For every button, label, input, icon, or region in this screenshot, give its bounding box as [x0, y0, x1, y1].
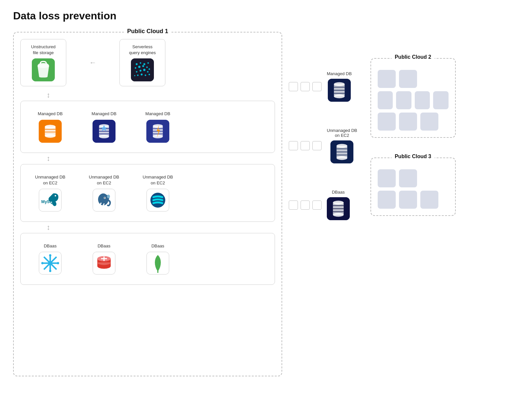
dot-2	[301, 82, 310, 91]
right-dbaas: DBaas	[327, 190, 350, 220]
spacer-2	[289, 170, 357, 190]
svg-point-14	[143, 69, 145, 71]
dbaas-mongo-label: DBaas	[151, 243, 164, 249]
cloud2-label: Public Cloud 2	[391, 54, 434, 60]
mysql-icon: MySQL	[39, 189, 62, 212]
svg-point-9	[142, 65, 144, 67]
managed-db-rds-label: Managed DB	[38, 111, 63, 117]
dot-6	[312, 141, 322, 150]
svg-point-59	[49, 270, 52, 272]
cloud1-box: Public Cloud 1 Unstructuredfile storage	[13, 32, 282, 376]
managed-db-group: Managed DB	[20, 101, 275, 153]
rds-icon	[39, 120, 62, 143]
cloud3-tile	[378, 169, 396, 187]
unmanaged-db-group: Unmanaged DBon EC2 MySQL	[20, 164, 275, 222]
cloud2-grid	[378, 70, 449, 131]
mongo-icon	[146, 252, 169, 275]
cloud3-row2	[378, 191, 449, 209]
v-arrow-2: ↕	[47, 155, 275, 162]
svg-point-3	[136, 63, 138, 65]
unmanaged-stripe-label: Unmanaged DBon EC2	[143, 174, 173, 186]
serverless-box: Serverlessquery engines	[119, 39, 165, 86]
unmanaged-mysql: Unmanaged DBon EC2 MySQL	[27, 170, 73, 216]
right-unmanaged-db: Unmanaged DBon EC2	[327, 128, 357, 163]
cloud1-section: Public Cloud 1 Unstructuredfile storage	[13, 32, 357, 376]
right-dbaas-row: DBaas	[289, 190, 357, 220]
cloud3-row1	[378, 169, 449, 187]
cloud1-label: Public Cloud 1	[124, 28, 171, 35]
cloud2-box: Public Cloud 2	[370, 58, 456, 138]
unmanaged-postgres-label: Unmanaged DBon EC2	[89, 174, 119, 186]
page-title: Data loss prevention	[13, 10, 512, 22]
managed-db-dynamo-label: Managed DB	[92, 111, 116, 117]
right-managed-db-icon	[328, 79, 351, 102]
svg-point-7	[135, 67, 136, 69]
cloud2-tile	[378, 70, 396, 88]
managed-db-aurora-label: Managed DB	[145, 111, 170, 117]
cloud2-tile	[415, 91, 430, 109]
right-unmanaged-db-label: Unmanaged DBon EC2	[327, 128, 357, 138]
cloud2-tile	[378, 91, 393, 109]
spacer-1	[289, 108, 357, 128]
svg-point-58	[49, 254, 52, 257]
svg-point-57	[48, 261, 52, 265]
svg-point-47	[107, 195, 110, 198]
cloud2-tile	[420, 113, 438, 131]
dot-1	[289, 82, 298, 91]
cloud3-tile	[399, 191, 417, 209]
cloud3-label: Public Cloud 3	[391, 154, 434, 159]
svg-point-17	[141, 74, 143, 75]
cloud3-tile	[420, 191, 438, 209]
cloud2-tile	[399, 113, 417, 131]
cloud3-tile	[378, 191, 396, 209]
svg-point-43	[55, 195, 56, 197]
managed-dots	[289, 82, 322, 91]
right-unmanaged-db-icon	[330, 140, 353, 163]
svg-rect-2	[131, 58, 154, 81]
v-arrow-1: ↕	[47, 92, 275, 99]
aurora-icon	[146, 120, 169, 143]
redis-icon	[93, 252, 116, 275]
cloud2-tile	[378, 113, 396, 131]
managed-db-dynamo: Managed DB	[81, 106, 127, 147]
cloud2-row2	[378, 91, 449, 109]
cloud1-inner: Unstructuredfile storage	[20, 39, 275, 285]
right-dbaas-label: DBaas	[332, 190, 345, 195]
cloud2-row1	[378, 70, 449, 88]
athena-icon	[131, 58, 154, 81]
dot-7	[289, 200, 298, 210]
svg-point-6	[147, 62, 149, 64]
svg-point-15	[147, 71, 149, 73]
dbaas-dots	[289, 200, 322, 210]
top-row: Unstructuredfile storage	[20, 39, 275, 86]
dot-5	[301, 141, 310, 150]
unmanaged-mysql-label: Unmanaged DBon EC2	[35, 174, 66, 186]
svg-point-82	[337, 156, 347, 160]
unstructured-label: Unstructuredfile storage	[31, 44, 55, 56]
svg-point-30	[99, 135, 109, 138]
dynamo-icon	[93, 120, 116, 143]
unmanaged-stripe: Unmanaged DBon EC2	[135, 170, 181, 216]
right-column: Managed DB	[289, 32, 357, 220]
svg-point-1	[38, 64, 49, 68]
svg-point-10	[146, 67, 148, 68]
svg-point-12	[136, 71, 137, 73]
cloud3-box: Public Cloud 3	[370, 158, 456, 216]
snowflake-icon	[39, 252, 62, 275]
bucket-icon	[32, 58, 55, 81]
dot-3	[312, 82, 322, 91]
svg-point-89	[333, 213, 344, 217]
dot-4	[289, 141, 298, 150]
svg-point-75	[334, 94, 345, 98]
svg-point-4	[140, 62, 141, 64]
svg-point-49	[104, 198, 105, 199]
cloud2-row3	[378, 113, 449, 131]
unstructured-box: Unstructuredfile storage	[20, 39, 66, 86]
dbaas-redis: DBaas	[81, 239, 127, 279]
dbaas-snowflake: DBaas	[27, 239, 73, 279]
svg-point-60	[41, 262, 44, 264]
arrow-left-icon: ←	[89, 58, 96, 67]
svg-point-18	[145, 74, 146, 76]
svg-point-20	[134, 75, 136, 76]
right-managed-db: Managed DB	[327, 71, 352, 102]
